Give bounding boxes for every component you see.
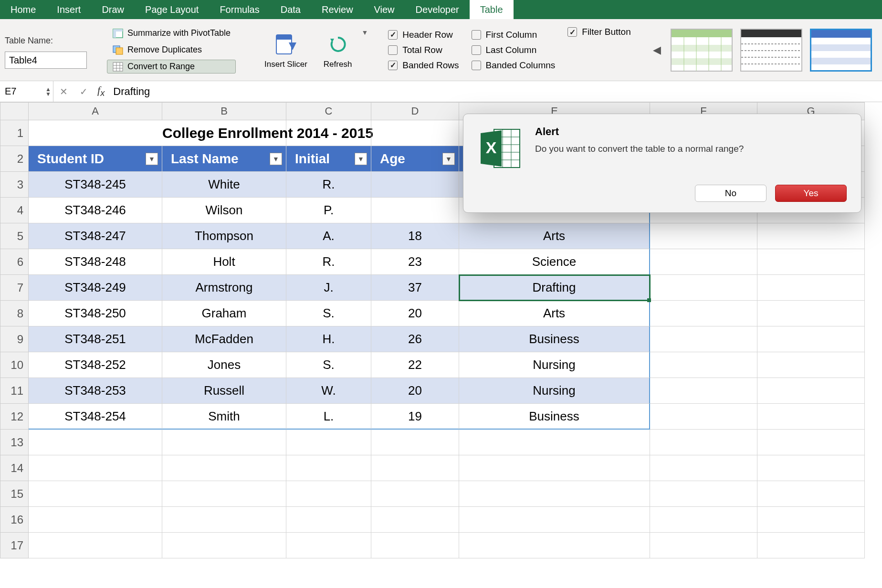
cell[interactable]: Wilson	[162, 198, 286, 223]
cell[interactable]: Graham	[162, 301, 286, 326]
cell[interactable]: College Enrollment 2014 - 2015	[162, 120, 286, 146]
name-box[interactable]: E7 ▲▼	[0, 81, 53, 102]
last-column-checkbox[interactable]: Last Column	[472, 45, 556, 55]
tab-home[interactable]: Home	[0, 0, 46, 19]
cell[interactable]: ST348-247	[29, 223, 162, 249]
row-header-15[interactable]: 15	[0, 481, 29, 507]
row-header-7[interactable]: 7	[0, 275, 29, 301]
row-header-3[interactable]: 3	[0, 172, 29, 198]
row-header-16[interactable]: 16	[0, 507, 29, 533]
total-row-checkbox[interactable]: Total Row	[388, 45, 459, 55]
cell[interactable]	[650, 352, 757, 378]
insert-slicer-button[interactable]: Insert Slicer	[261, 29, 311, 71]
name-box-spinner-icon[interactable]: ▲▼	[45, 87, 51, 96]
tab-view[interactable]: View	[364, 0, 405, 19]
cell[interactable]: H.	[286, 326, 371, 352]
row-header-17[interactable]: 17	[0, 533, 29, 558]
cell[interactable]	[757, 455, 865, 481]
cell[interactable]	[757, 430, 865, 455]
cell[interactable]: P.	[286, 198, 371, 223]
cell[interactable]	[459, 507, 650, 533]
cell[interactable]: S.	[286, 301, 371, 326]
cell[interactable]	[459, 533, 650, 558]
cell[interactable]: S.	[286, 352, 371, 378]
cell[interactable]	[29, 481, 162, 507]
cell[interactable]	[371, 120, 459, 146]
filter-dropdown-icon[interactable]: ▼	[355, 153, 367, 165]
cell[interactable]	[286, 533, 371, 558]
cell[interactable]: Russell	[162, 378, 286, 404]
cell[interactable]	[162, 430, 286, 455]
row-header-13[interactable]: 13	[0, 430, 29, 455]
row-header-9[interactable]: 9	[0, 326, 29, 352]
cell[interactable]	[757, 223, 865, 249]
dialog-yes-button[interactable]: Yes	[775, 185, 847, 202]
cell[interactable]: Business	[459, 404, 650, 430]
cell[interactable]	[286, 120, 371, 146]
header-row-checkbox[interactable]: Header Row	[388, 30, 459, 40]
cell[interactable]	[371, 172, 459, 198]
cell[interactable]	[459, 455, 650, 481]
cell[interactable]: Arts	[459, 301, 650, 326]
cell[interactable]	[757, 481, 865, 507]
cell[interactable]	[757, 533, 865, 558]
cell[interactable]	[757, 275, 865, 301]
cell[interactable]	[29, 120, 162, 146]
row-header-1[interactable]: 1	[0, 120, 29, 146]
cell[interactable]	[29, 430, 162, 455]
cell[interactable]: ST348-246	[29, 198, 162, 223]
cell[interactable]: Initial▼	[286, 146, 371, 172]
cell[interactable]	[29, 533, 162, 558]
cell[interactable]: Drafting	[459, 275, 650, 301]
cell[interactable]: 20	[371, 378, 459, 404]
cell[interactable]	[371, 481, 459, 507]
cell[interactable]	[757, 404, 865, 430]
cell[interactable]: Smith	[162, 404, 286, 430]
cell[interactable]	[650, 404, 757, 430]
row-header-8[interactable]: 8	[0, 301, 29, 326]
cell[interactable]	[757, 507, 865, 533]
cell[interactable]	[650, 430, 757, 455]
tab-table[interactable]: Table	[470, 0, 514, 19]
cell[interactable]	[757, 249, 865, 275]
filter-dropdown-icon[interactable]: ▼	[270, 153, 282, 165]
row-header-6[interactable]: 6	[0, 249, 29, 275]
cell[interactable]: 19	[371, 404, 459, 430]
tab-review[interactable]: Review	[311, 0, 364, 19]
cell[interactable]: 18	[371, 223, 459, 249]
fx-icon[interactable]: fx	[94, 84, 108, 98]
cell[interactable]	[650, 249, 757, 275]
row-header-12[interactable]: 12	[0, 404, 29, 430]
cell[interactable]: Student ID▼	[29, 146, 162, 172]
row-header-5[interactable]: 5	[0, 223, 29, 249]
row-header-10[interactable]: 10	[0, 352, 29, 378]
cell[interactable]	[459, 481, 650, 507]
cell[interactable]: McFadden	[162, 326, 286, 352]
cell[interactable]	[650, 507, 757, 533]
cell[interactable]: Thompson	[162, 223, 286, 249]
cell[interactable]: 37	[371, 275, 459, 301]
cell[interactable]	[650, 481, 757, 507]
cell[interactable]: Business	[459, 326, 650, 352]
cell[interactable]	[650, 301, 757, 326]
cell[interactable]: ST348-245	[29, 172, 162, 198]
cell[interactable]: ST348-252	[29, 352, 162, 378]
first-column-checkbox[interactable]: First Column	[472, 30, 556, 40]
cell[interactable]	[650, 533, 757, 558]
summarize-pivot-button[interactable]: Summarize with PivotTable	[107, 26, 236, 40]
cell[interactable]	[29, 507, 162, 533]
cell[interactable]: 23	[371, 249, 459, 275]
refresh-button[interactable]: Refresh	[320, 29, 356, 71]
filter-dropdown-icon[interactable]: ▼	[442, 153, 455, 165]
cell[interactable]: Last Name▼	[162, 146, 286, 172]
cell[interactable]	[371, 430, 459, 455]
cell[interactable]: ST348-250	[29, 301, 162, 326]
table-style-option-1[interactable]	[671, 29, 733, 72]
cell[interactable]	[371, 455, 459, 481]
row-header-11[interactable]: 11	[0, 378, 29, 404]
cell[interactable]	[371, 507, 459, 533]
cell[interactable]	[162, 455, 286, 481]
cell[interactable]: ST348-248	[29, 249, 162, 275]
cell[interactable]	[371, 533, 459, 558]
cell[interactable]	[286, 507, 371, 533]
